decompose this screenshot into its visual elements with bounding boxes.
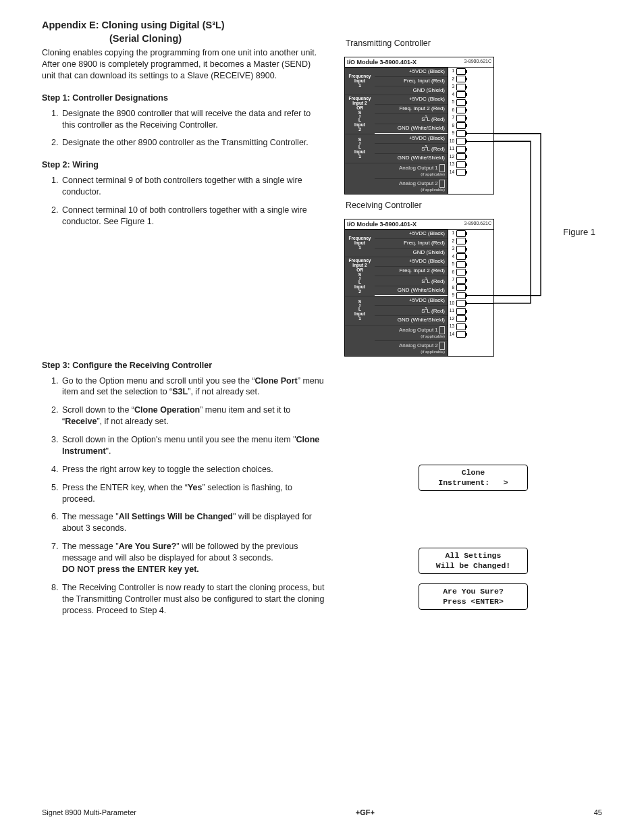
- terminal-4: 4: [448, 253, 493, 261]
- terminal-7: 7: [448, 114, 493, 122]
- module-code: 3-8900.621C: [462, 219, 493, 229]
- step2-title: Step 2: Wiring: [42, 159, 325, 171]
- signal-label: +5VDC (Black): [375, 296, 448, 305]
- terminal-10: 10: [448, 299, 493, 307]
- list-item: Scroll down in the Option's menu until y…: [61, 434, 325, 457]
- step2-list: Connect terminal 9 of both controllers t…: [42, 175, 325, 228]
- module-header: I/O Module 3-8900.401-X: [345, 57, 462, 67]
- lcd-clone-instrument: Clone Instrument: >: [419, 465, 528, 491]
- appendix-heading: Appendix E: Cloning using Digital (S³L) …: [42, 19, 325, 45]
- group-label: [345, 325, 375, 356]
- signal-label: +5VDC (Black): [375, 257, 448, 266]
- signal-label: Freq. Input (Red): [375, 76, 448, 86]
- signal-label: +5VDC (Black): [375, 68, 448, 76]
- signal-label: Analog Output 2 (if applicable): [375, 178, 448, 194]
- terminal-4: 4: [448, 91, 493, 99]
- heading-sub: (Serial Cloning): [109, 32, 325, 46]
- terminal-12: 12: [448, 315, 493, 323]
- terminal-2: 2: [448, 237, 493, 245]
- list-item: Designate the 8900 controller that will …: [61, 108, 325, 131]
- group-label: FrequencyInput 2ORS3LInput2: [345, 95, 375, 133]
- signal-label: S3L (Red): [375, 113, 448, 124]
- signal-label: GND (Shield): [375, 86, 448, 95]
- signal-label: Freq. Input 2 (Red): [375, 266, 448, 276]
- terminal-13: 13: [448, 161, 493, 169]
- lcd-all-settings: All Settings Will be Changed!: [419, 548, 528, 574]
- terminal-5: 5: [448, 99, 493, 107]
- list-item: Go to the Option menu and scroll until y…: [61, 375, 325, 398]
- transmitting-module-diagram: I/O Module 3-8900.401-X3-8900.621CFreque…: [344, 57, 494, 194]
- terminal-6: 6: [448, 107, 493, 115]
- terminal-14: 14: [448, 330, 493, 338]
- step3-list: Go to the Option menu and scroll until y…: [42, 375, 325, 617]
- step1-title: Step 1: Controller Designations: [42, 93, 325, 104]
- group-label: S3LInput1: [345, 134, 375, 163]
- list-item: The Receiving Controller is now ready to…: [61, 582, 325, 617]
- signal-label: GND (White/Shield): [375, 315, 448, 325]
- step3-title: Step 3: Configure the Receiving Controll…: [42, 360, 325, 371]
- signal-label: GND (Shield): [375, 248, 448, 257]
- terminal-7: 7: [448, 276, 493, 284]
- footer-page-number: 45: [594, 808, 602, 818]
- connection-wires-icon: [493, 38, 574, 357]
- module-header: I/O Module 3-8900.401-X: [345, 219, 462, 229]
- module-code: 3-8900.621C: [462, 57, 493, 67]
- footer-center-logo: +GF+: [356, 808, 375, 818]
- list-item: Scroll down to the “Clone Operation” men…: [61, 405, 325, 427]
- terminal-10: 10: [448, 138, 493, 146]
- signal-label: GND (White/Shield): [375, 153, 448, 163]
- signal-label: S3L (Red): [375, 143, 448, 153]
- signal-label: +5VDC (Black): [375, 134, 448, 143]
- terminal-11: 11: [448, 307, 493, 315]
- terminal-6: 6: [448, 268, 493, 276]
- figure-1-label: Figure 1: [563, 226, 595, 238]
- signal-label: S3L (Red): [375, 305, 448, 315]
- terminal-11: 11: [448, 145, 493, 153]
- lcd-are-you-sure: Are You Sure? Press <ENTER>: [419, 583, 528, 610]
- signal-label: S3L (Red): [375, 276, 448, 286]
- signal-label: Analog Output 1 (if applicable): [375, 163, 448, 178]
- group-label: FrequencyInput1: [345, 230, 375, 257]
- signal-label: +5VDC (Black): [375, 95, 448, 104]
- terminal-8: 8: [448, 284, 493, 292]
- group-label: FrequencyInput 2ORS3LInput2: [345, 257, 375, 295]
- list-item: Designate the other 8900 controller as t…: [61, 137, 325, 149]
- signal-label: GND (White/Shield): [375, 286, 448, 295]
- list-item: Connect terminal 10 of both controllers …: [61, 205, 325, 228]
- terminal-13: 13: [448, 323, 493, 331]
- group-label: [345, 163, 375, 194]
- intro-paragraph: Cloning enables copying the programming …: [42, 47, 325, 82]
- terminal-8: 8: [448, 122, 493, 130]
- signal-label: Analog Output 1 (if applicable): [375, 325, 448, 340]
- signal-label: Freq. Input (Red): [375, 238, 448, 248]
- terminal-1: 1: [448, 230, 493, 238]
- terminal-2: 2: [448, 76, 493, 84]
- terminal-3: 3: [448, 245, 493, 253]
- terminal-14: 14: [448, 169, 493, 177]
- signal-label: Analog Output 2 (if applicable): [375, 340, 448, 356]
- terminal-9: 9: [448, 130, 493, 138]
- receiving-module-diagram: I/O Module 3-8900.401-X3-8900.621CFreque…: [344, 219, 494, 357]
- group-label: FrequencyInput1: [345, 68, 375, 95]
- list-item: Press the ENTER key, when the “Yes” sele…: [61, 482, 325, 505]
- list-item: The message "All Settings Will be Change…: [61, 511, 325, 534]
- step1-list: Designate the 8900 controller that will …: [42, 108, 325, 149]
- signal-label: GND (White/Shield): [375, 124, 448, 133]
- terminal-9: 9: [448, 292, 493, 300]
- terminal-3: 3: [448, 83, 493, 91]
- group-label: S3LInput1: [345, 296, 375, 325]
- heading-main: Appendix E: Cloning using Digital (S³L): [42, 20, 225, 30]
- signal-label: +5VDC (Black): [375, 230, 448, 238]
- terminal-1: 1: [448, 68, 493, 76]
- signal-label: Freq. Input 2 (Red): [375, 104, 448, 113]
- footer-left: Signet 8900 Multi-Parameter: [42, 808, 136, 818]
- terminal-12: 12: [448, 153, 493, 161]
- terminal-5: 5: [448, 261, 493, 269]
- list-item: Connect terminal 9 of both controllers t…: [61, 175, 325, 198]
- list-item: The message "Are You Sure?" will be foll…: [61, 541, 325, 575]
- list-item: Press the right arrow key to toggle the …: [61, 464, 325, 475]
